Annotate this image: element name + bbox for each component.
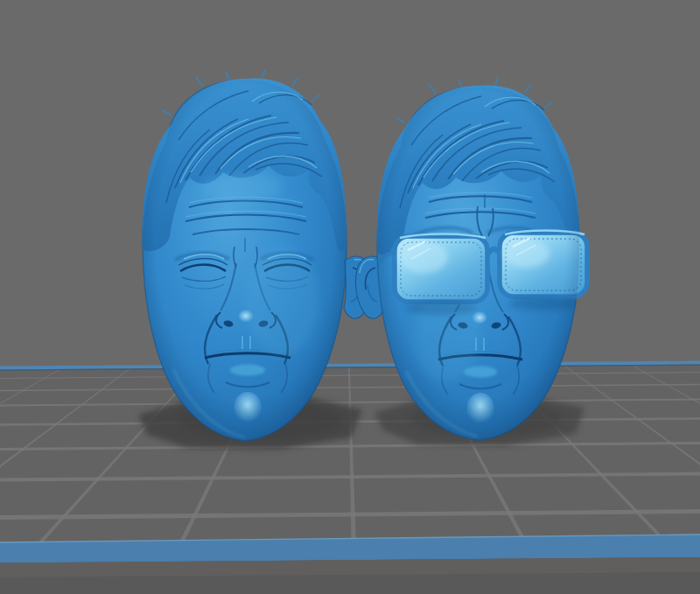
rim-shade bbox=[143, 80, 346, 441]
viewport-3d[interactable] bbox=[0, 0, 700, 594]
rim-shade bbox=[377, 87, 579, 440]
scene-canvas bbox=[0, 0, 700, 594]
